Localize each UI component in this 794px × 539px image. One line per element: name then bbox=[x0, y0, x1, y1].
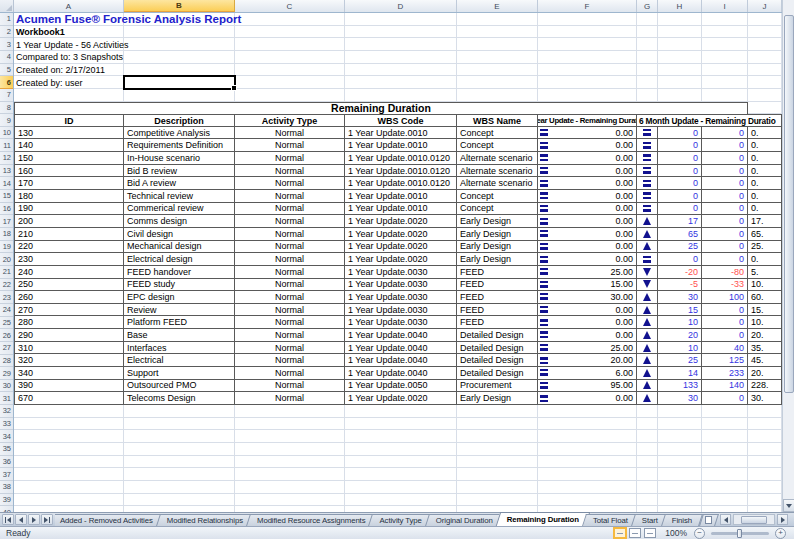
cell-six-month-value[interactable]: 0. bbox=[748, 253, 782, 266]
cell-year-update[interactable]: 30.00 bbox=[538, 291, 637, 304]
header-wbs-name[interactable]: WBS Name bbox=[457, 114, 538, 127]
cell-six-month-trend[interactable] bbox=[637, 291, 658, 304]
cell-wbs-code[interactable]: 1 Year Update.0010 bbox=[345, 203, 457, 216]
cell-six-month-trend[interactable] bbox=[637, 215, 658, 228]
cell-delta[interactable]: 30 bbox=[658, 392, 702, 405]
cell-activity-type[interactable]: Normal bbox=[235, 342, 345, 355]
cell-activity-type[interactable]: Normal bbox=[235, 253, 345, 266]
cell-six-month-trend[interactable] bbox=[637, 316, 658, 329]
cell-wbs-code[interactable]: 1 Year Update.0030 bbox=[345, 304, 457, 317]
cell-activity-type[interactable]: Normal bbox=[235, 203, 345, 216]
cell-activity-type[interactable]: Normal bbox=[235, 291, 345, 304]
cell-id[interactable]: 320 bbox=[14, 354, 124, 367]
cell-id[interactable]: 140 bbox=[14, 139, 124, 152]
cell-six-month-value[interactable]: 5. bbox=[748, 266, 782, 279]
cell-year-update[interactable]: 0.00 bbox=[538, 241, 637, 254]
cell-six-month-value[interactable]: 10. bbox=[748, 279, 782, 292]
cell-description[interactable]: FEED study bbox=[124, 279, 235, 292]
cell-wbs-code[interactable]: 1 Year Update.0020 bbox=[345, 215, 457, 228]
cell-id[interactable]: 210 bbox=[14, 228, 124, 241]
cell-delta[interactable]: 15 bbox=[658, 304, 702, 317]
cell-wbs-name[interactable]: Alternate scenario bbox=[457, 177, 538, 190]
scroll-right-button[interactable] bbox=[777, 514, 788, 525]
cell-six-month-trend[interactable] bbox=[637, 139, 658, 152]
cell-delta-pct[interactable]: 0 bbox=[702, 190, 748, 203]
sheet-tab-modified-relationships[interactable]: Modified Relationships bbox=[158, 514, 252, 526]
row-header-16[interactable]: 16 bbox=[0, 203, 13, 216]
cell-year-update[interactable]: 0.00 bbox=[538, 139, 637, 152]
sheet-tab-finish[interactable]: Finish bbox=[663, 514, 701, 526]
selected-cell-B6[interactable] bbox=[123, 75, 236, 90]
zoom-slider[interactable] bbox=[711, 532, 769, 535]
row-header-11[interactable]: 11 bbox=[0, 140, 13, 153]
cell-activity-type[interactable]: Normal bbox=[235, 266, 345, 279]
horizontal-scrollbar-track[interactable] bbox=[733, 514, 775, 525]
cell-six-month-value[interactable]: 0. bbox=[748, 203, 782, 216]
scroll-left-button[interactable] bbox=[720, 514, 731, 525]
row-header-6[interactable]: 6 bbox=[0, 76, 13, 89]
cell-description[interactable]: Electrical design bbox=[124, 253, 235, 266]
cell-delta[interactable]: 0 bbox=[658, 253, 702, 266]
cell-six-month-trend[interactable] bbox=[637, 253, 658, 266]
cell-year-update[interactable]: 0.00 bbox=[538, 228, 637, 241]
cell-activity-type[interactable]: Normal bbox=[235, 380, 345, 393]
cell-year-update[interactable]: 6.00 bbox=[538, 367, 637, 380]
cell-six-month-value[interactable]: 30. bbox=[748, 392, 782, 405]
cell-delta[interactable]: 10 bbox=[658, 342, 702, 355]
report-info-row-1[interactable]: Acumen Fuse® Forensic Analysis Report bbox=[16, 13, 241, 26]
row-header-17[interactable]: 17 bbox=[0, 215, 13, 228]
cell-six-month-value[interactable]: 0. bbox=[748, 165, 782, 178]
table-title[interactable]: Remaining Duration bbox=[14, 102, 748, 115]
cell-wbs-code[interactable]: 1 Year Update.0020 bbox=[345, 241, 457, 254]
cell-id[interactable]: 190 bbox=[14, 203, 124, 216]
row-header-27[interactable]: 27 bbox=[0, 342, 13, 355]
cell-six-month-value[interactable]: 25. bbox=[748, 241, 782, 254]
cell-activity-type[interactable]: Normal bbox=[235, 190, 345, 203]
column-header-F[interactable]: F bbox=[538, 0, 637, 12]
cell-year-update[interactable]: 0.00 bbox=[538, 329, 637, 342]
cell-wbs-name[interactable]: Early Design bbox=[457, 392, 538, 405]
cell-wbs-code[interactable]: 1 Year Update.0040 bbox=[345, 329, 457, 342]
first-sheet-button[interactable] bbox=[2, 514, 14, 525]
row-header-31[interactable]: 31 bbox=[0, 393, 13, 406]
cell-activity-type[interactable]: Normal bbox=[235, 329, 345, 342]
sheet-tab-total-float[interactable]: Total Float bbox=[584, 514, 637, 526]
row-header-34[interactable]: 34 bbox=[0, 430, 13, 443]
sheet-tab-original-duration[interactable]: Original Duration bbox=[427, 514, 502, 526]
cell-wbs-name[interactable]: Alternate scenario bbox=[457, 165, 538, 178]
cell-delta-pct[interactable]: 0 bbox=[702, 241, 748, 254]
cell-delta-pct[interactable]: 100 bbox=[702, 291, 748, 304]
cell-id[interactable]: 160 bbox=[14, 165, 124, 178]
sheet-tab-remaining-duration[interactable]: Remaining Duration bbox=[498, 512, 588, 526]
cell-six-month-trend[interactable] bbox=[637, 203, 658, 216]
cell-wbs-name[interactable]: Detailed Design bbox=[457, 367, 538, 380]
cell-delta-pct[interactable]: 0 bbox=[702, 316, 748, 329]
cell-wbs-name[interactable]: Detailed Design bbox=[457, 354, 538, 367]
cell-six-month-trend[interactable] bbox=[637, 228, 658, 241]
cell-delta[interactable]: 65 bbox=[658, 228, 702, 241]
cell-six-month-value[interactable]: 0. bbox=[748, 177, 782, 190]
cell-delta-pct[interactable]: 0 bbox=[702, 127, 748, 140]
cell-delta-pct[interactable]: 125 bbox=[702, 354, 748, 367]
cell-six-month-trend[interactable] bbox=[637, 190, 658, 203]
cell-wbs-code[interactable]: 1 Year Update.0040 bbox=[345, 367, 457, 380]
cell-description[interactable]: Competitive Analysis bbox=[124, 127, 235, 140]
cell-year-update[interactable]: 0.00 bbox=[538, 190, 637, 203]
cell-id[interactable]: 220 bbox=[14, 241, 124, 254]
column-header-A[interactable]: A bbox=[14, 0, 124, 12]
cell-wbs-code[interactable]: 1 Year Update.0040 bbox=[345, 354, 457, 367]
cell-six-month-trend[interactable] bbox=[637, 392, 658, 405]
cell-activity-type[interactable]: Normal bbox=[235, 228, 345, 241]
row-header-29[interactable]: 29 bbox=[0, 367, 13, 380]
report-info-row-2[interactable]: Workbook1 bbox=[16, 26, 65, 39]
cell-six-month-value[interactable]: 10. bbox=[748, 316, 782, 329]
cell-delta-pct[interactable]: -33 bbox=[702, 279, 748, 292]
column-header-B[interactable]: B bbox=[124, 0, 235, 12]
cell-id[interactable]: 130 bbox=[14, 127, 124, 140]
cell-description[interactable]: Bid B review bbox=[124, 165, 235, 178]
report-info-row-4[interactable]: Compared to: 3 Snapshots bbox=[16, 51, 123, 64]
row-header-19[interactable]: 19 bbox=[0, 241, 13, 254]
cell-activity-type[interactable]: Normal bbox=[235, 241, 345, 254]
cell-description[interactable]: Outsourced PMO bbox=[124, 380, 235, 393]
cell-id[interactable]: 340 bbox=[14, 367, 124, 380]
